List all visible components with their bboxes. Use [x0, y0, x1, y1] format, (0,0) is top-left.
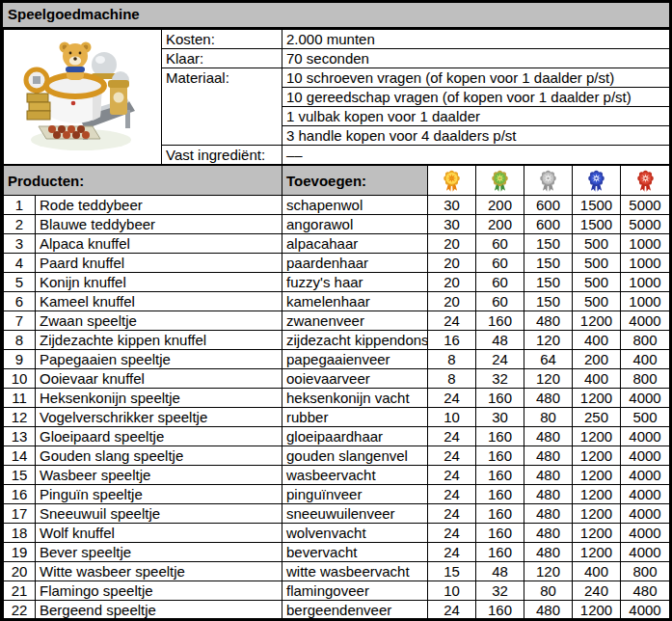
product-value-silver: 150 [524, 254, 573, 273]
product-value-green: 160 [476, 543, 524, 562]
product-row: 15 Wasbeer speeltje wasbeervacht 24 160 … [4, 466, 670, 485]
product-row: 14 Gouden slang speeltje gouden slangenv… [4, 446, 670, 466]
product-value-green: 60 [476, 234, 524, 254]
product-value-green: 160 [476, 524, 524, 543]
product-value-blue: 400 [573, 369, 621, 389]
product-value-green: 160 [476, 427, 524, 446]
product-row: 2 Blauwe teddybeer angorawol 30 200 600 … [4, 215, 670, 234]
product-value-orange: 8 [428, 369, 476, 389]
product-ingredient: angorawol [282, 215, 428, 234]
product-value-red: 1000 [621, 273, 670, 292]
product-value-blue: 1200 [573, 466, 621, 485]
machine-info-table: Kosten: 2.000 munten Klaar: 70 seconden … [3, 29, 670, 165]
info-label-materiaal: Materiaal: [162, 68, 282, 146]
product-number: 13 [4, 427, 36, 446]
product-value-red: 4000 [621, 389, 670, 408]
product-value-red: 480 [621, 581, 670, 601]
product-name: Zijdezachte kippen knuffel [36, 331, 282, 350]
product-value-red: 4000 [621, 485, 670, 504]
product-row: 17 Sneeuwuil speeltje sneeuwuilenveer 24… [4, 504, 670, 524]
product-value-blue: 1200 [573, 389, 621, 408]
product-ingredient: sneeuwuilenveer [282, 504, 428, 524]
product-value-silver: 120 [524, 331, 573, 350]
product-value-red: 500 [621, 408, 670, 427]
product-ingredient: wasbeervacht [282, 466, 428, 485]
product-value-blue: 500 [573, 292, 621, 311]
product-row: 20 Witte wasbeer speeltje witte wasbeerv… [4, 562, 670, 581]
product-value-silver: 600 [524, 196, 573, 215]
products-table-body: 1 Rode teddybeer schapenwol 30 200 600 1… [4, 196, 670, 620]
product-value-red: 4000 [621, 524, 670, 543]
product-value-orange: 24 [428, 446, 476, 466]
product-row: 12 Vogelverschrikker speeltje rubber 10 … [4, 408, 670, 427]
product-name: Witte wasbeer speeltje [36, 562, 282, 581]
product-value-silver: 80 [524, 408, 573, 427]
product-value-silver: 480 [524, 389, 573, 408]
product-name: Flamingo speeltje [36, 581, 282, 601]
product-ingredient: gouden slangenvel [282, 446, 428, 466]
product-value-green: 160 [476, 446, 524, 466]
product-value-blue: 200 [573, 350, 621, 369]
product-name: Pinguïn speeltje [36, 485, 282, 504]
product-value-orange: 20 [428, 254, 476, 273]
product-name: Sneeuwuil speeltje [36, 504, 282, 524]
product-ingredient: kamelenhaar [282, 292, 428, 311]
medal-column-silver [524, 166, 573, 196]
product-ingredient: alpacahaar [282, 234, 428, 254]
info-label-kosten: Kosten: [162, 30, 282, 49]
product-ingredient: zwanenveer [282, 311, 428, 331]
product-value-green: 160 [476, 601, 524, 620]
product-ingredient: wolvenvacht [282, 524, 428, 543]
product-value-red: 4000 [621, 427, 670, 446]
product-ingredient: gloeipaardhaar [282, 427, 428, 446]
product-name: Paard knuffel [36, 254, 282, 273]
products-header-row: Producten: Toevoegen: [4, 166, 670, 196]
product-number: 4 [4, 254, 36, 273]
product-ingredient: bevervacht [282, 543, 428, 562]
product-value-orange: 24 [428, 427, 476, 446]
speelgoedmachine-sheet: Speelgoedmachine [0, 0, 672, 621]
orange-rosette-icon [442, 169, 462, 193]
product-value-red: 5000 [621, 196, 670, 215]
product-value-red: 1000 [621, 254, 670, 273]
product-value-silver: 120 [524, 562, 573, 581]
product-name: Vogelverschrikker speeltje [36, 408, 282, 427]
product-ingredient: schapenwol [282, 196, 428, 215]
product-value-silver: 150 [524, 292, 573, 311]
product-value-blue: 500 [573, 273, 621, 292]
product-value-orange: 24 [428, 311, 476, 331]
product-value-blue: 1200 [573, 485, 621, 504]
product-value-orange: 24 [428, 601, 476, 620]
product-name: Kameel knuffel [36, 292, 282, 311]
product-value-silver: 480 [524, 466, 573, 485]
product-value-orange: 24 [428, 389, 476, 408]
product-ingredient: papegaaienveer [282, 350, 428, 369]
product-value-green: 160 [476, 466, 524, 485]
product-value-silver: 150 [524, 234, 573, 254]
product-value-silver: 120 [524, 369, 573, 389]
product-value-blue: 240 [573, 581, 621, 601]
product-name: Alpaca knuffel [36, 234, 282, 254]
info-value-materiaal-2: 10 gereedschap vragen (of kopen voor 1 d… [282, 88, 670, 107]
product-row: 10 Ooievaar knuffel ooievaarveer 8 32 12… [4, 369, 670, 389]
info-value-materiaal-3: 1 vulbak kopen voor 1 daalder [282, 107, 670, 126]
info-label-klaar: Klaar: [162, 49, 282, 68]
product-value-green: 24 [476, 350, 524, 369]
product-number: 2 [4, 215, 36, 234]
product-row: 4 Paard knuffel paardenhaar 20 60 150 50… [4, 254, 670, 273]
product-value-blue: 1200 [573, 524, 621, 543]
product-name: Bever speeltje [36, 543, 282, 562]
product-name: Ooievaar knuffel [36, 369, 282, 389]
product-name: Gouden slang speeltje [36, 446, 282, 466]
product-number: 8 [4, 331, 36, 350]
product-value-silver: 480 [524, 311, 573, 331]
product-ingredient: witte wasbeervacht [282, 562, 428, 581]
product-row: 5 Konijn knuffel fuzzy's haar 20 60 150 … [4, 273, 670, 292]
product-name: Blauwe teddybeer [36, 215, 282, 234]
product-row: 6 Kameel knuffel kamelenhaar 20 60 150 5… [4, 292, 670, 311]
green-rosette-icon [490, 169, 510, 193]
product-value-silver: 480 [524, 446, 573, 466]
product-value-blue: 400 [573, 562, 621, 581]
product-value-red: 1000 [621, 292, 670, 311]
product-value-orange: 16 [428, 331, 476, 350]
